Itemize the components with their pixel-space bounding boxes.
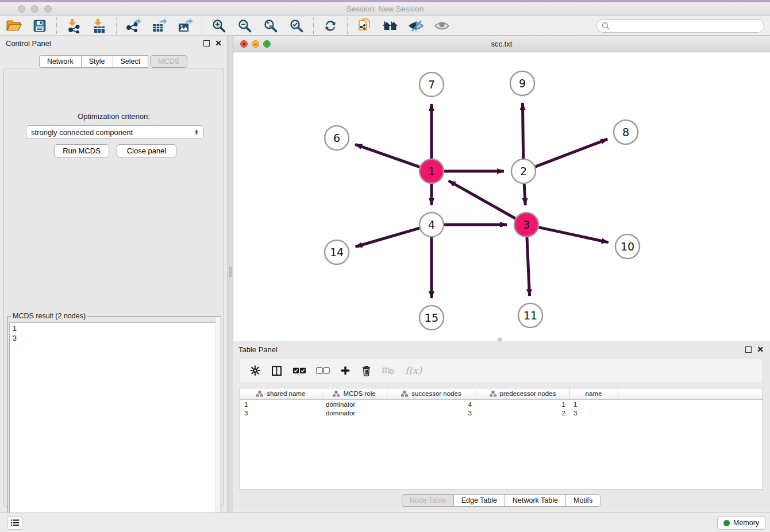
graph-edge-3-1[interactable] (449, 181, 515, 219)
table-panel-header: Table Panel ✕ (233, 342, 770, 357)
gear-icon[interactable] (249, 363, 261, 378)
window-title: Session: New Session (0, 5, 770, 13)
zoom-out-icon[interactable] (236, 17, 254, 34)
control-panel-title: Control Panel (6, 39, 51, 48)
table-row[interactable]: 3dominator323 (240, 408, 763, 418)
table-cell[interactable]: 4 (387, 399, 476, 408)
criterion-value: strongly connected component (31, 128, 133, 137)
table-cell[interactable]: 1 (240, 399, 322, 408)
export-image-icon[interactable] (176, 17, 194, 34)
toolbar-separator (202, 18, 202, 34)
control-panel-tabs: NetworkStyleSelectMCDS (0, 55, 227, 68)
table-toolbar: f(x) (240, 358, 763, 383)
column-header-name[interactable]: name (569, 388, 618, 399)
close-panel-icon[interactable]: ✕ (215, 38, 222, 48)
network-canvas[interactable]: 1234678910111415 (233, 52, 770, 341)
delete-icon[interactable] (361, 363, 372, 378)
close-panel-button[interactable]: Close panel (117, 144, 176, 157)
graph-edge-3-10[interactable] (539, 228, 609, 242)
graph-edge-3-11[interactable] (527, 237, 530, 296)
table-row[interactable]: 1dominator411 (240, 399, 763, 408)
table-cell[interactable]: 1 (476, 399, 569, 408)
import-network-icon[interactable] (64, 17, 83, 34)
show-selected-icon[interactable] (433, 17, 451, 34)
search-input[interactable] (610, 22, 753, 30)
column-header-predecessor-nodes[interactable]: predecessor nodes (476, 388, 569, 399)
table-cell[interactable]: 3 (240, 408, 322, 418)
tab-motifs[interactable]: Motifs (565, 494, 600, 507)
tab-network[interactable]: Network (39, 55, 82, 68)
graph-edge-2-8[interactable] (536, 139, 608, 167)
window-titlebar: Session: New Session (0, 2, 770, 16)
vertical-split-handle[interactable] (498, 338, 502, 341)
column-header-MCDS-role[interactable]: MCDS role (322, 388, 387, 399)
zoom-in-icon[interactable] (210, 17, 228, 34)
column-header-shared-name[interactable]: shared name (240, 388, 322, 399)
tab-edge-table[interactable]: Edge Table (453, 494, 505, 507)
float-table-panel-icon[interactable] (745, 346, 752, 353)
graph-edge-4-14[interactable] (356, 228, 419, 246)
table-cell[interactable]: 1 (569, 399, 618, 408)
column-sort-icon (333, 391, 340, 397)
network-view-window: ✕ − + scc.txt 1234678910111415 (233, 36, 770, 340)
home-networks-icon[interactable] (381, 17, 399, 34)
node-table[interactable]: shared nameMCDS rolesuccessor nodesprede… (240, 388, 763, 490)
memory-label: Memory (733, 519, 759, 527)
refresh-layout-icon[interactable] (321, 17, 340, 34)
table-cell-filler (618, 408, 763, 418)
column-view-icon[interactable] (271, 363, 283, 378)
graph-edge-2-9[interactable] (522, 103, 523, 159)
network-window-titlebar[interactable]: ✕ − + scc.txt (233, 36, 770, 52)
zoom-selected-icon[interactable] (287, 17, 306, 34)
table-cell[interactable]: 3 (387, 408, 476, 418)
panel-split-divider[interactable] (228, 36, 233, 512)
close-table-panel-icon[interactable]: ✕ (757, 345, 764, 354)
divider-handle-icon[interactable] (229, 267, 232, 277)
open-session-icon[interactable] (5, 17, 23, 34)
search-box[interactable] (596, 19, 764, 33)
table-cell[interactable]: dominator (322, 408, 387, 418)
column-header-successor-nodes[interactable]: successor nodes (387, 388, 476, 399)
result-scrollbar[interactable] (215, 317, 221, 532)
mcds-result-group: MCDS result (2 nodes) 13 (7, 316, 221, 532)
graph-node-label-1: 1 (428, 165, 435, 178)
mcds-result-line: 1 (13, 324, 216, 334)
save-session-icon[interactable] (30, 17, 49, 34)
zoom-fit-icon[interactable] (261, 17, 280, 34)
hide-selected-icon[interactable] (407, 17, 425, 34)
tab-mcds[interactable]: MCDS (150, 55, 187, 68)
list-icon (10, 519, 20, 527)
import-table-icon[interactable] (90, 17, 109, 34)
toolbar-separator (116, 18, 117, 34)
tab-network-table[interactable]: Network Table (505, 494, 566, 507)
tab-node-table[interactable]: Node Table (402, 494, 454, 507)
table-cell[interactable]: 3 (569, 408, 618, 418)
tab-select[interactable]: Select (113, 55, 149, 68)
mcds-result-line: 3 (13, 334, 216, 344)
task-history-button[interactable] (7, 516, 22, 530)
criterion-select[interactable]: strongly connected component ▲▼ (26, 125, 204, 139)
mcds-result-text[interactable]: 13 (9, 322, 220, 531)
mcds-panel: Optimization criterion: strongly connect… (3, 68, 224, 507)
export-table-icon[interactable] (150, 17, 168, 34)
deselect-all-icon[interactable] (316, 363, 330, 378)
select-all-icon[interactable] (292, 363, 306, 378)
table-cell[interactable]: dominator (322, 399, 387, 408)
tab-style[interactable]: Style (81, 55, 113, 68)
toolbar-separator (313, 18, 314, 34)
graph-node-label-9: 9 (519, 77, 526, 90)
export-network-icon[interactable] (124, 17, 143, 34)
graph-node-label-8: 8 (622, 126, 629, 138)
control-panel-header: Control Panel ✕ (0, 36, 227, 51)
graph-node-label-14: 14 (330, 246, 344, 259)
run-mcds-button[interactable]: Run MCDS (54, 144, 109, 157)
table-cell[interactable]: 2 (476, 408, 569, 418)
graph-edge-2-3[interactable] (524, 184, 525, 205)
graph-edge-1-6[interactable] (355, 144, 419, 167)
float-panel-icon[interactable] (203, 40, 210, 47)
network-graph[interactable]: 1234678910111415 (233, 52, 770, 341)
copy-network-icon[interactable] (355, 17, 374, 34)
memory-button[interactable]: Memory (717, 516, 765, 530)
add-icon[interactable] (340, 363, 351, 378)
optimization-criterion-label: Optimization criterion: (4, 112, 224, 121)
